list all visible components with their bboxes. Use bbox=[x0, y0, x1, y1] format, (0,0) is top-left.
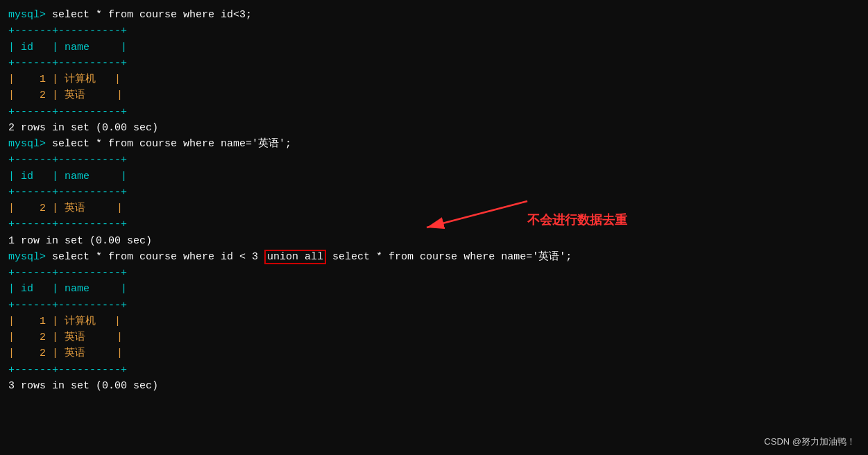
table-sep-1: +------+----------+ bbox=[8, 58, 127, 69]
result-info-3: 3 rows in set (0.00 sec) bbox=[8, 380, 158, 392]
table-sep-3: +------+----------+ bbox=[8, 300, 127, 311]
sql-2: select * from course where name='英语'; bbox=[52, 138, 291, 150]
prompt-1: mysql> bbox=[8, 9, 52, 21]
table-header-3: | id | name | bbox=[8, 283, 127, 295]
table-header-2: | id | name | bbox=[8, 171, 127, 182]
table-border-2b: +------+----------+ bbox=[8, 218, 127, 230]
table-row-3-1: | 1 | 计算机 | bbox=[8, 316, 121, 327]
table-row-1-2: | 2 | 英语 | bbox=[8, 89, 123, 101]
sql-1: select * from course where id<3; bbox=[52, 9, 252, 21]
table-border-2a: +------+----------+ bbox=[8, 154, 127, 166]
result-info-2: 1 row in set (0.00 sec) bbox=[8, 235, 152, 247]
table-sep-2: +------+----------+ bbox=[8, 187, 127, 198]
sql-3-after: select * from course where name='英语'; bbox=[326, 251, 572, 263]
watermark: CSDN @努力加油鸭！ bbox=[764, 436, 856, 448]
table-border-1a: +------+----------+ bbox=[8, 25, 127, 37]
query-block-2: mysql> select * from course where name='… bbox=[8, 136, 860, 249]
union-all-highlight: union all bbox=[264, 250, 326, 264]
table-row-3-2: | 2 | 英语 | bbox=[8, 332, 123, 343]
table-border-3a: +------+----------+ bbox=[8, 267, 127, 279]
table-row-1-1: | 1 | 计算机 | bbox=[8, 74, 121, 85]
terminal-container: mysql> select * from course where id<3; … bbox=[0, 0, 868, 401]
table-row-2-1: | 2 | 英语 | bbox=[8, 203, 123, 214]
prompt-3: mysql> bbox=[8, 251, 52, 263]
table-header-1: | id | name | bbox=[8, 42, 127, 53]
table-border-3b: +------+----------+ bbox=[8, 364, 127, 376]
table-row-3-3: | 2 | 英语 | bbox=[8, 347, 123, 359]
query-block-1: mysql> select * from course where id<3; … bbox=[8, 7, 860, 136]
query-block-3: mysql> select * from course where id < 3… bbox=[8, 249, 860, 394]
annotation-text: 不会进行数据去重 bbox=[527, 212, 627, 228]
table-border-1b: +------+----------+ bbox=[8, 106, 127, 118]
sql-3-before: select * from course where id < 3 bbox=[52, 251, 264, 263]
result-info-1: 2 rows in set (0.00 sec) bbox=[8, 122, 158, 134]
prompt-2: mysql> bbox=[8, 138, 52, 150]
